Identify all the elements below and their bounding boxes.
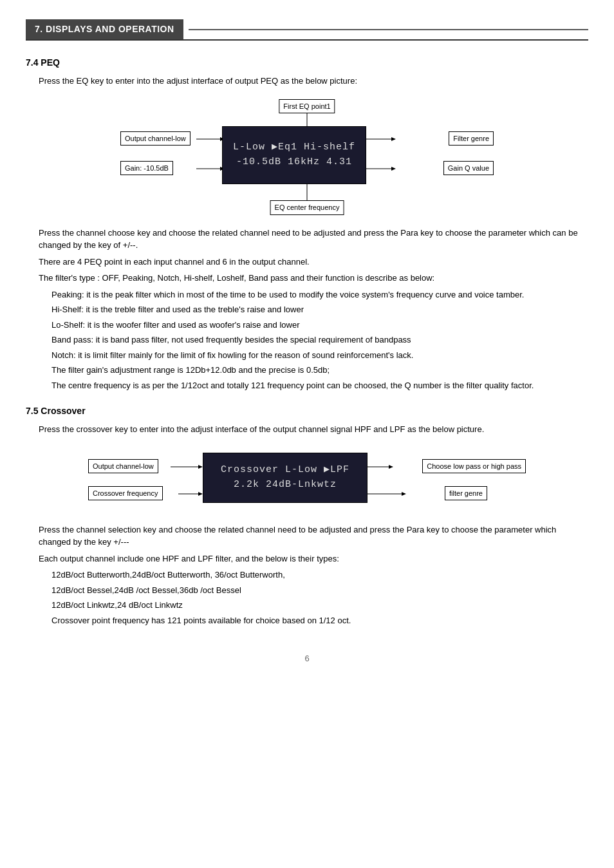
crossover-label-output: Output channel-low [88,459,158,474]
peq-diagram-container: First EQ point1 L-Low ▶Eq1 Hi-shelf -10.… [26,99,588,215]
section-header: 7. DISPLAYS AND OPERATION [26,19,588,41]
crossover-label-filter: filter genre [445,486,487,501]
page-number: 6 [26,652,588,665]
peq-intro: Press the EQ key to enter into the adjus… [39,75,588,88]
peq-label-top: First EQ point1 [279,99,335,114]
crossover-bullet-1: 12dB/oct Bessel,24dB /oct Bessel,36db /o… [51,584,588,597]
peq-para-3: The filter's type : OFF, Peaking, Notch,… [39,272,588,285]
crossover-para-2: Each output channel include one HPF and … [39,552,588,565]
svg-marker-8 [391,167,396,171]
svg-marker-6 [391,137,396,141]
crossover-bullet-3: Crossover point frequency has 121 points… [51,614,588,627]
peq-label-gain: Gain: -10.5dB [120,161,173,176]
crossover-label-hilopass: Choose low pass or high pass [422,459,526,474]
peq-para-1: Press the channel choose key and choose … [39,227,588,252]
peq-bullet-1: Hi-Shelf: it is the treble filter and us… [51,303,588,316]
crossover-intro: Press the crossover key to enter into th… [39,423,588,436]
subsection-74-title: 7.4 PEQ [26,56,588,70]
svg-marker-17 [402,492,406,496]
peq-bullet-2: Lo-Shelf: it is the woofer filter and us… [51,319,588,332]
crossover-para-1: Press the channel selection key and choo… [39,524,588,549]
subsection-75-title: 7.5 Crossover [26,404,588,418]
crossover-bullet-0: 12dB/oct Butterworth,24dB/oct Butterwort… [51,569,588,581]
svg-marker-11 [198,465,203,469]
peq-bullet-4: Notch: it is limit filter mainly for the… [51,349,588,362]
crossover-diagram: Output channel-low Crossover frequency C… [88,448,526,512]
peq-bullet-5: The filter gain's adjustment range is 12… [51,364,588,377]
crossover-diagram-container: Output channel-low Crossover frequency C… [26,448,588,512]
peq-label-filter-genre: Filter genre [449,131,494,146]
peq-bullet-6: The centre frequency is as per the 1/12o… [51,379,588,392]
section-header-text: 7. DISPLAYS AND OPERATION [26,19,183,39]
crossover-label-freq: Crossover frequency [88,486,163,501]
peq-label-gain-q: Gain Q value [443,161,494,176]
crossover-screen: Crossover L-Low ▶LPF 2.2k 24dB-Lnkwtz [203,453,367,503]
header-rule [189,29,588,30]
peq-bullet-3: Band pass: it is band pass filter, not u… [51,334,588,346]
svg-marker-13 [198,492,203,496]
crossover-bullet-2: 12dB/oct Linkwtz,24 dB/oct Linkwtz [51,599,588,612]
peq-para-2: There are 4 PEQ point in each input chan… [39,256,588,269]
peq-bullet-0: Peaking: it is the peak filter which in … [51,288,588,301]
peq-label-output-channel: Output channel-low [120,131,191,146]
svg-marker-15 [389,465,393,469]
peq-diagram: First EQ point1 L-Low ▶Eq1 Hi-shelf -10.… [120,99,494,215]
peq-screen: L-Low ▶Eq1 Hi-shelf -10.5dB 16kHz 4.31 [222,126,366,184]
peq-label-eq-center: EQ center frequency [270,200,344,215]
